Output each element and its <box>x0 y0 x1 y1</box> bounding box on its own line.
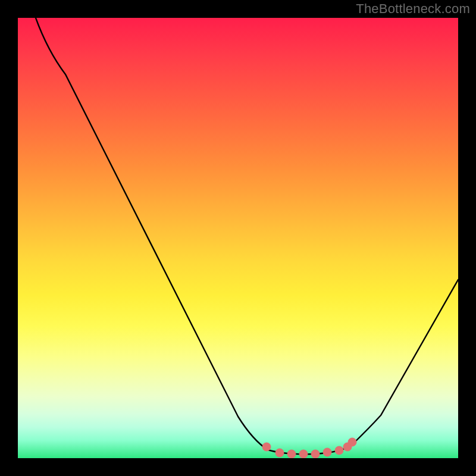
svg-point-6 <box>335 446 343 455</box>
optimal-zone-markers <box>262 438 356 458</box>
svg-point-3 <box>299 450 308 458</box>
svg-point-2 <box>287 450 296 458</box>
svg-point-8 <box>348 438 356 446</box>
watermark-text: TheBottleneck.com <box>356 1 470 17</box>
bottleneck-curve-svg <box>18 18 458 458</box>
plot-area <box>18 18 458 458</box>
svg-point-0 <box>262 443 271 451</box>
svg-point-4 <box>311 450 320 458</box>
bottleneck-curve-path <box>36 18 458 454</box>
svg-point-1 <box>275 449 284 457</box>
chart-frame: TheBottleneck.com <box>0 0 476 476</box>
svg-point-5 <box>323 448 331 456</box>
